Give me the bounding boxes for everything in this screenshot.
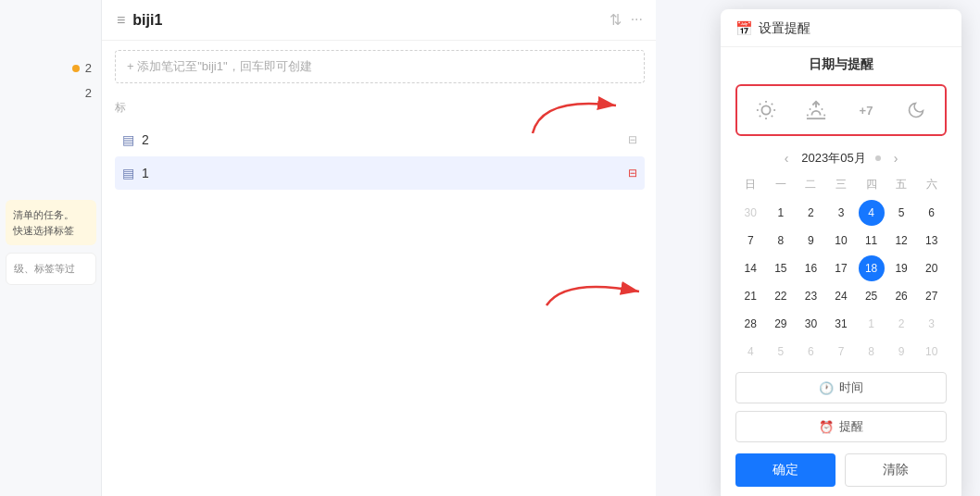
cal-day-2[interactable]: 2	[798, 200, 823, 226]
cal-day-21[interactable]: 21	[737, 283, 763, 309]
cal-day-4[interactable]: 4	[859, 200, 885, 226]
night-icon-btn[interactable]	[898, 93, 935, 127]
cal-day-10[interactable]: 10	[828, 228, 854, 254]
cal-day-18[interactable]: 18	[859, 255, 885, 281]
svg-line-13	[822, 108, 823, 109]
cal-day-8[interactable]: 8	[859, 339, 885, 365]
note-title: biji1	[132, 12, 601, 29]
clock-icon: 🕐	[819, 381, 834, 395]
weekday-tue: 二	[796, 173, 826, 196]
cal-day-19[interactable]: 19	[888, 255, 914, 281]
sidebar-badge-label-2: 2	[85, 86, 92, 100]
clear-button[interactable]: 清除	[845, 453, 947, 487]
cal-day-14[interactable]: 14	[737, 255, 763, 281]
note-item-1[interactable]: ▤ 1 ⊟	[115, 156, 645, 190]
cal-day-26[interactable]: 26	[888, 283, 914, 309]
sidebar-badge-label-1: 2	[85, 61, 92, 75]
cal-day-31[interactable]: 31	[828, 311, 854, 337]
cal-day-8[interactable]: 8	[768, 228, 794, 254]
cal-day-6[interactable]: 6	[919, 200, 945, 226]
cal-day-28[interactable]: 28	[737, 311, 763, 337]
note-item-action-2[interactable]: ⊟	[628, 133, 637, 146]
calendar-section-title: 日期与提醒	[721, 47, 961, 81]
weekday-thu: 四	[856, 173, 886, 196]
cal-day-11[interactable]: 11	[859, 228, 885, 254]
year-month-label: 2023年05月	[801, 150, 865, 167]
calendar-action-row: 确定 清除	[721, 442, 961, 487]
calendar-popup-header: 📅 设置提醒	[721, 9, 961, 47]
sidebar-badge-1[interactable]: 2	[63, 56, 101, 81]
weekdays-row: 日 一 二 三 四 五 六	[735, 173, 947, 196]
note-list: ▤ 2 ⊟ ▤ 1 ⊟	[115, 123, 645, 190]
cal-day-27[interactable]: 27	[919, 283, 945, 309]
add-note-placeholder: + 添加笔记至"biji1"，回车即可创建	[127, 59, 312, 73]
calendar-header-icon: 📅	[735, 20, 753, 37]
next-month-btn[interactable]: ›	[890, 149, 902, 167]
morning-icon-btn[interactable]	[748, 93, 785, 127]
svg-line-8	[772, 104, 773, 105]
note-item-text-1: 1	[142, 166, 149, 180]
cal-day-7[interactable]: 7	[828, 339, 854, 365]
cal-day-7[interactable]: 7	[737, 228, 763, 254]
note-item-icon-2: ▤	[122, 132, 134, 147]
cal-day-30[interactable]: 30	[798, 311, 823, 337]
cal-day-1[interactable]: 1	[859, 311, 885, 337]
cal-day-29[interactable]: 29	[768, 311, 794, 337]
cal-day-20[interactable]: 20	[919, 255, 945, 281]
reminder-button[interactable]: ⏰ 提醒	[735, 411, 947, 442]
weekday-wed: 三	[826, 173, 857, 196]
calendar-grid: 日 一 二 三 四 五 六 30123456789101112131415161…	[721, 173, 961, 365]
cal-day-22[interactable]: 22	[768, 283, 794, 309]
plus7-icon-btn[interactable]: +7	[848, 93, 885, 127]
cal-day-5[interactable]: 5	[768, 339, 794, 365]
cal-day-12[interactable]: 12	[888, 228, 914, 254]
cal-day-24[interactable]: 24	[828, 283, 854, 309]
confirm-button[interactable]: 确定	[735, 453, 836, 487]
weekday-sat: 六	[916, 173, 947, 196]
sort-icon[interactable]: ⇅	[609, 11, 622, 29]
sidebar-badge-2[interactable]: 2	[76, 81, 101, 105]
cal-day-10[interactable]: 10	[919, 339, 945, 365]
prev-month-btn[interactable]: ‹	[781, 149, 793, 167]
note-item-action-1[interactable]: ⊟	[628, 167, 637, 180]
cal-day-13[interactable]: 13	[919, 228, 945, 254]
svg-point-0	[761, 105, 770, 114]
calendar-popup-title: 设置提醒	[759, 20, 810, 37]
cal-day-2[interactable]: 2	[888, 311, 914, 337]
cal-day-3[interactable]: 3	[919, 311, 945, 337]
more-icon[interactable]: ···	[631, 11, 643, 29]
badge-dot-1	[72, 65, 80, 72]
cal-day-9[interactable]: 9	[798, 228, 823, 254]
cal-day-6[interactable]: 6	[798, 339, 823, 365]
nav-dot	[875, 155, 881, 161]
time-button[interactable]: 🕐 时间	[735, 372, 947, 403]
weekday-fri: 五	[886, 173, 917, 196]
add-note-bar[interactable]: + 添加笔记至"biji1"，回车即可创建	[115, 50, 645, 83]
cal-day-17[interactable]: 17	[828, 255, 854, 281]
note-item-icon-1: ▤	[122, 166, 134, 180]
cal-day-4[interactable]: 4	[737, 339, 763, 365]
time-btn-label: 时间	[839, 379, 863, 396]
bell-icon: ⏰	[819, 420, 834, 434]
time-icons-row: +7	[735, 84, 947, 136]
section-label: 标	[102, 93, 658, 123]
reminder-btn-label: 提醒	[839, 418, 863, 435]
sunrise-icon-btn[interactable]	[798, 93, 835, 127]
calendar-btn-row: 🕐 时间 ⏰ 提醒	[721, 365, 961, 442]
svg-line-3	[760, 104, 760, 105]
cal-day-1[interactable]: 1	[768, 200, 794, 226]
main-area: ≡ biji1 ⇅ ··· + 添加笔记至"biji1"，回车即可创建 标 ▤ …	[102, 0, 658, 496]
cal-day-3[interactable]: 3	[828, 200, 854, 226]
cal-day-16[interactable]: 16	[798, 255, 823, 281]
task-card-2: 级、标签等过	[6, 253, 96, 285]
svg-line-10	[810, 108, 810, 109]
cal-day-25[interactable]: 25	[859, 283, 885, 309]
svg-line-4	[772, 116, 773, 117]
cal-day-5[interactable]: 5	[888, 200, 914, 226]
cal-day-9[interactable]: 9	[888, 339, 914, 365]
note-item-2[interactable]: ▤ 2 ⊟	[115, 123, 645, 156]
section-label-text: 标	[115, 101, 126, 114]
cal-day-15[interactable]: 15	[768, 255, 794, 281]
cal-day-30[interactable]: 30	[737, 200, 763, 226]
cal-day-23[interactable]: 23	[798, 283, 823, 309]
